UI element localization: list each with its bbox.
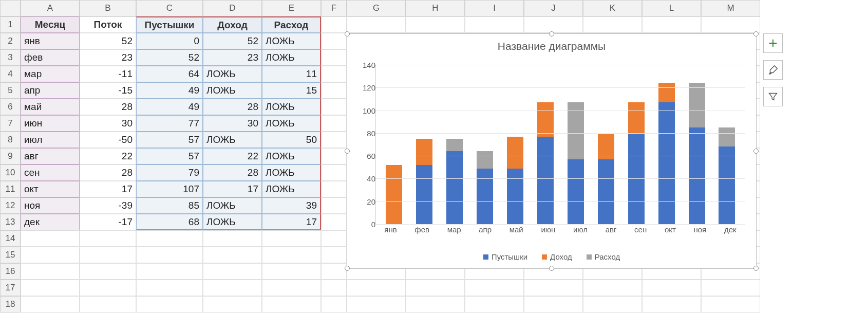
cell-D13[interactable]: ЛОЖЬ: [203, 214, 262, 230]
cell-B10[interactable]: 28: [80, 164, 136, 181]
bar-ноя[interactable]: [689, 83, 705, 224]
cell-D16[interactable]: [203, 263, 262, 280]
cell-C4[interactable]: 64: [136, 66, 203, 82]
bar-segment[interactable]: [446, 151, 463, 224]
cell-E7[interactable]: ЛОЖЬ: [262, 115, 321, 132]
cell-H1[interactable]: [406, 16, 465, 33]
cell-E12[interactable]: 39: [262, 197, 321, 214]
bar-апр[interactable]: [477, 151, 493, 224]
cell-J1[interactable]: [524, 16, 583, 33]
cell-D14[interactable]: [203, 230, 262, 247]
bar-segment[interactable]: [537, 102, 554, 136]
chart-resize-handle[interactable]: [345, 149, 350, 154]
cell-F2[interactable]: [321, 33, 347, 49]
cell-K17[interactable]: [583, 280, 642, 296]
cell-D7[interactable]: 30: [203, 115, 262, 132]
cell-A7[interactable]: июн: [21, 115, 80, 132]
cell-E14[interactable]: [262, 230, 321, 247]
chart-styles-button[interactable]: [763, 60, 783, 80]
row-header-1[interactable]: 1: [0, 16, 21, 33]
cell-E8[interactable]: 50: [262, 132, 321, 148]
cell-A5[interactable]: апр: [21, 82, 80, 99]
col-header-K[interactable]: K: [583, 0, 642, 16]
cell-J17[interactable]: [524, 280, 583, 296]
col-header-A[interactable]: A: [21, 0, 80, 16]
cell-C9[interactable]: 57: [136, 148, 203, 164]
bar-segment[interactable]: [628, 102, 645, 134]
cell-F3[interactable]: [321, 49, 347, 66]
cell-D11[interactable]: 17: [203, 181, 262, 197]
chart-resize-handle[interactable]: [345, 266, 350, 271]
cell-D6[interactable]: 28: [203, 99, 262, 115]
cell-A1[interactable]: Месяц: [21, 16, 80, 33]
chart-add-element-button[interactable]: [763, 33, 783, 53]
col-header-B[interactable]: B: [80, 0, 136, 16]
cell-E13[interactable]: 17: [262, 214, 321, 230]
cell-B5[interactable]: -15: [80, 82, 136, 99]
cell-D1[interactable]: Доход: [203, 16, 262, 33]
cell-B1[interactable]: Поток: [80, 16, 136, 33]
cell-D5[interactable]: ЛОЖЬ: [203, 82, 262, 99]
chart-resize-handle[interactable]: [753, 31, 759, 36]
row-header-4[interactable]: 4: [0, 66, 21, 82]
cell-F4[interactable]: [321, 66, 347, 82]
cell-A13[interactable]: дек: [21, 214, 80, 230]
cell-A12[interactable]: ноя: [21, 197, 80, 214]
bar-авг[interactable]: [598, 134, 614, 224]
cell-D10[interactable]: 28: [203, 164, 262, 181]
cell-C11[interactable]: 107: [136, 181, 203, 197]
bar-окт[interactable]: [658, 83, 675, 224]
bar-segment[interactable]: [719, 146, 735, 224]
bar-segment[interactable]: [416, 165, 432, 224]
cell-F6[interactable]: [321, 99, 347, 115]
cell-F7[interactable]: [321, 115, 347, 132]
bar-segment[interactable]: [628, 134, 645, 224]
cell-I1[interactable]: [465, 16, 524, 33]
col-header-J[interactable]: J: [524, 0, 583, 16]
cell-F11[interactable]: [321, 181, 347, 197]
cell-B14[interactable]: [80, 230, 136, 247]
bar-segment[interactable]: [446, 139, 463, 151]
cell-D4[interactable]: ЛОЖЬ: [203, 66, 262, 82]
cell-A10[interactable]: сен: [21, 164, 80, 181]
cell-C7[interactable]: 77: [136, 115, 203, 132]
bar-segment[interactable]: [719, 127, 735, 147]
cell-E11[interactable]: ЛОЖЬ: [262, 181, 321, 197]
bar-segment[interactable]: [568, 102, 584, 159]
cell-C1[interactable]: Пустышки: [136, 16, 203, 33]
cell-F12[interactable]: [321, 197, 347, 214]
cell-K1[interactable]: [583, 16, 642, 33]
cell-M18[interactable]: [701, 296, 760, 313]
cell-B7[interactable]: 30: [80, 115, 136, 132]
cell-L1[interactable]: [642, 16, 701, 33]
cell-F18[interactable]: [321, 296, 347, 313]
cell-E2[interactable]: ЛОЖЬ: [262, 33, 321, 49]
row-header-15[interactable]: 15: [0, 247, 21, 263]
bar-segment[interactable]: [598, 159, 614, 224]
cell-A14[interactable]: [21, 230, 80, 247]
bar-янв[interactable]: [386, 165, 402, 224]
bar-segment[interactable]: [507, 169, 523, 225]
cell-F14[interactable]: [321, 230, 347, 247]
col-header-D[interactable]: D: [203, 0, 262, 16]
cell-B11[interactable]: 17: [80, 181, 136, 197]
embedded-chart[interactable]: Название диаграммы янвфевмарапрмайиюниюл…: [347, 33, 757, 269]
cell-D17[interactable]: [203, 280, 262, 296]
chart-legend[interactable]: Пустышки Доход Расход: [347, 252, 756, 261]
bar-дек[interactable]: [719, 127, 735, 224]
cell-A9[interactable]: авг: [21, 148, 80, 164]
row-header-9[interactable]: 9: [0, 148, 21, 164]
cell-D15[interactable]: [203, 247, 262, 263]
cell-B2[interactable]: 52: [80, 33, 136, 49]
cell-F1[interactable]: [321, 16, 347, 33]
cell-B17[interactable]: [80, 280, 136, 296]
cell-C15[interactable]: [136, 247, 203, 263]
chart-resize-handle[interactable]: [549, 266, 554, 271]
cell-C8[interactable]: 57: [136, 132, 203, 148]
col-header-L[interactable]: L: [642, 0, 701, 16]
cell-E1[interactable]: Расход: [262, 16, 321, 33]
cell-F15[interactable]: [321, 247, 347, 263]
cell-C12[interactable]: 85: [136, 197, 203, 214]
cell-M1[interactable]: [701, 16, 760, 33]
cell-C3[interactable]: 52: [136, 49, 203, 66]
